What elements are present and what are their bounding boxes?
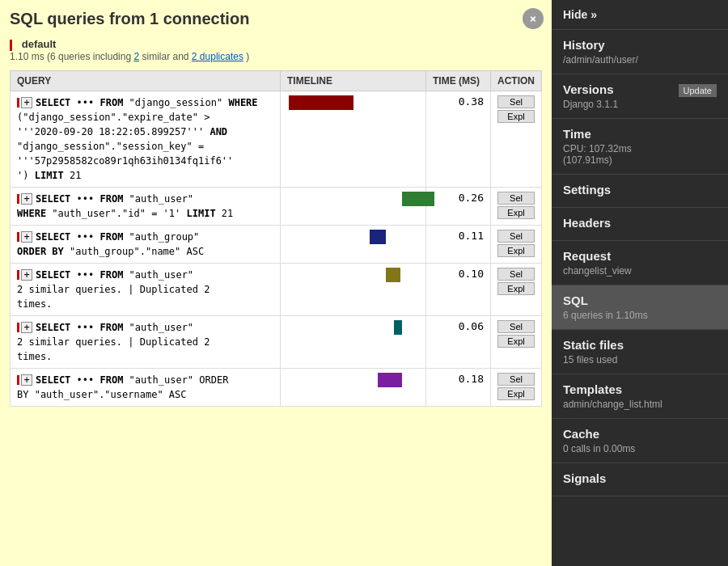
connection-info: default 1.10 ms (6 queries including 2 s…	[10, 38, 542, 62]
panel-title-cache: Cache	[563, 427, 717, 441]
duplicates-link[interactable]: 2 duplicates	[192, 51, 243, 62]
connection-indicator	[10, 40, 12, 51]
time-cell: 0.10	[426, 263, 491, 315]
close-button[interactable]: ×	[523, 8, 544, 29]
query-cell: +SELECT ••• FROM "auth_user" WHERE "auth…	[11, 187, 281, 225]
expl-button[interactable]: Expl	[497, 110, 535, 123]
panel-item-static-files[interactable]: Static files15 files used	[552, 330, 728, 374]
query-cell: +SELECT ••• FROM "django_session" WHERE …	[11, 91, 281, 187]
connection-name: default	[22, 38, 57, 50]
panel-title-settings: Settings	[563, 183, 717, 196]
time-cell: 0.11	[426, 225, 491, 263]
table-row: +SELECT ••• FROM "auth_group" ORDER BY "…	[11, 225, 542, 263]
page-title: SQL queries from 1 connection	[10, 10, 542, 28]
query-text: SELECT ••• FROM "auth_group" ORDER BY "a…	[17, 231, 204, 257]
timeline-cell	[281, 368, 426, 406]
action-cell: SelExpl	[491, 368, 542, 406]
query-cell: +SELECT ••• FROM "auth_user" 2 similar q…	[11, 263, 281, 315]
panel-item-cache[interactable]: Cache0 calls in 0.00ms	[552, 419, 728, 463]
panel-item-templates[interactable]: Templatesadmin/change_list.html	[552, 374, 728, 419]
sel-button[interactable]: Sel	[497, 230, 535, 243]
sel-button[interactable]: Sel	[497, 192, 535, 205]
action-cell: SelExpl	[491, 225, 542, 263]
row-indicator	[17, 375, 19, 385]
expl-button[interactable]: Expl	[497, 282, 535, 295]
expand-button[interactable]: +	[21, 97, 32, 108]
expand-button[interactable]: +	[21, 269, 32, 281]
panel-title-versions: VersionsUpdate	[563, 82, 717, 96]
query-text: SELECT ••• FROM "auth_user" WHERE "auth_…	[17, 193, 233, 219]
panel-title-headers: Headers	[563, 216, 717, 230]
col-timeline: TIMELINE	[281, 70, 426, 91]
timeline-cell	[281, 263, 426, 315]
left-panel: SQL queries from 1 connection × default …	[0, 0, 552, 566]
timeline-cell	[281, 225, 426, 263]
query-text: SELECT ••• FROM "auth_user" 2 similar qu…	[17, 322, 210, 362]
panel-title-static-files: Static files	[563, 338, 717, 352]
panel-subtitle-cache: 0 calls in 0.00ms	[563, 443, 717, 454]
table-row: +SELECT ••• FROM "auth_user" ORDER BY "a…	[11, 368, 542, 406]
expand-button[interactable]: +	[21, 193, 32, 205]
panel-item-sql[interactable]: SQL6 queries in 1.10ms	[552, 285, 728, 330]
expl-button[interactable]: Expl	[497, 335, 535, 348]
timeline-bar	[386, 268, 400, 282]
action-cell: SelExpl	[491, 91, 542, 187]
table-row: +SELECT ••• FROM "auth_user" 2 similar q…	[11, 263, 542, 315]
panel-title-request: Request	[563, 249, 717, 263]
query-cell: +SELECT ••• FROM "auth_user" ORDER BY "a…	[11, 368, 281, 406]
expand-button[interactable]: +	[21, 231, 32, 243]
query-cell: +SELECT ••• FROM "auth_user" 2 similar q…	[11, 315, 281, 368]
query-text: SELECT ••• FROM "django_session" WHERE (…	[17, 97, 258, 181]
sel-button[interactable]: Sel	[497, 373, 535, 386]
query-cell: +SELECT ••• FROM "auth_group" ORDER BY "…	[11, 225, 281, 263]
table-row: +SELECT ••• FROM "auth_user" WHERE "auth…	[11, 187, 542, 225]
timeline-bar	[394, 320, 402, 335]
timeline-cell	[281, 91, 426, 187]
col-time: TIME (MS)	[426, 70, 491, 91]
panel-title-templates: Templates	[563, 382, 717, 396]
panel-subtitle-static-files: 15 files used	[563, 354, 717, 365]
timeline-cell	[281, 315, 426, 368]
panel-item-request[interactable]: Requestchangelist_view	[552, 241, 728, 285]
action-cell: SelExpl	[491, 315, 542, 368]
timeline-bar	[378, 373, 402, 387]
expl-button[interactable]: Expl	[497, 244, 535, 257]
panel-title-sql: SQL	[563, 294, 717, 307]
panel-item-settings[interactable]: Settings	[552, 175, 728, 208]
time-cell: 0.38	[426, 91, 491, 187]
row-indicator	[17, 270, 19, 280]
panel-item-time[interactable]: TimeCPU: 107.32ms (107.91ms)	[552, 119, 728, 175]
panel-title-history: History	[563, 38, 717, 52]
hide-link[interactable]: Hide »	[552, 0, 728, 30]
panel-item-signals[interactable]: Signals	[552, 463, 728, 496]
expand-button[interactable]: +	[21, 374, 32, 386]
table-row: +SELECT ••• FROM "django_session" WHERE …	[11, 91, 542, 187]
action-cell: SelExpl	[491, 263, 542, 315]
timeline-bar	[289, 95, 353, 110]
row-indicator	[17, 194, 19, 204]
table-row: +SELECT ••• FROM "auth_user" 2 similar q…	[11, 315, 542, 368]
expl-button[interactable]: Expl	[497, 206, 535, 219]
query-text: SELECT ••• FROM "auth_user" 2 similar qu…	[17, 269, 210, 310]
sel-button[interactable]: Sel	[497, 268, 535, 281]
expl-button[interactable]: Expl	[497, 387, 535, 400]
time-cell: 0.18	[426, 368, 491, 406]
right-panel: Hide » History/admin/auth/user/VersionsU…	[552, 0, 728, 566]
similar-link[interactable]: 2	[133, 51, 139, 62]
panel-subtitle-versions: Django 3.1.1	[563, 99, 717, 110]
time-cell: 0.26	[426, 187, 491, 225]
query-text: SELECT ••• FROM "auth_user" ORDER BY "au…	[17, 374, 228, 400]
panel-title-signals: Signals	[563, 471, 717, 485]
query-table: QUERY TIMELINE TIME (MS) ACTION +SELECT …	[10, 70, 542, 407]
expand-button[interactable]: +	[21, 322, 32, 333]
row-indicator	[17, 98, 19, 108]
panel-subtitle-templates: admin/change_list.html	[563, 399, 717, 410]
version-update-button[interactable]: Update	[679, 84, 717, 97]
panel-item-headers[interactable]: Headers	[552, 208, 728, 241]
col-query: QUERY	[11, 70, 281, 91]
sel-button[interactable]: Sel	[497, 95, 535, 108]
panel-item-history[interactable]: History/admin/auth/user/	[552, 30, 728, 74]
panel-subtitle-request: changelist_view	[563, 265, 717, 277]
sel-button[interactable]: Sel	[497, 320, 535, 333]
panel-item-versions[interactable]: VersionsUpdateDjango 3.1.1	[552, 74, 728, 119]
